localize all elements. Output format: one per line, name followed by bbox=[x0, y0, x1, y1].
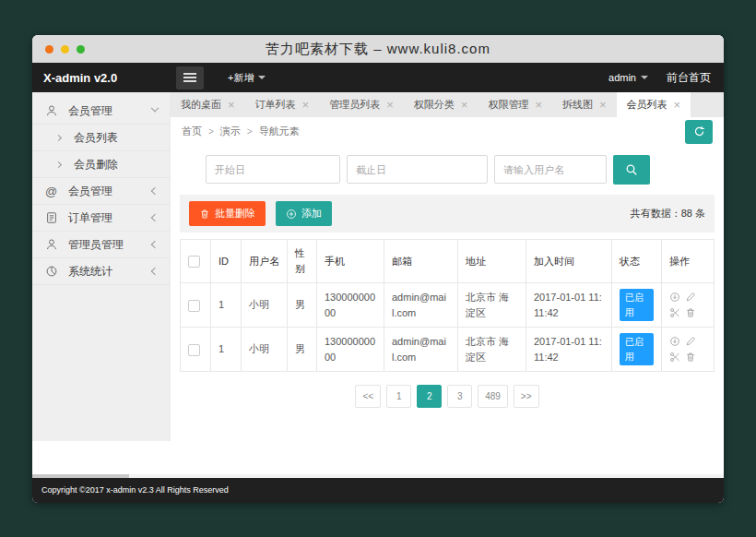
page-3-button[interactable]: 3 bbox=[447, 385, 472, 408]
start-date-input[interactable] bbox=[206, 155, 340, 184]
refresh-button[interactable] bbox=[685, 120, 713, 144]
tab-label: 我的桌面 bbox=[181, 98, 221, 112]
tab-label: 拆线图 bbox=[562, 98, 593, 112]
breadcrumb: 首页 > 演示 > 导航元素 bbox=[182, 125, 300, 138]
sidebar-item-label: 系统统计 bbox=[68, 264, 112, 280]
select-all-checkbox[interactable] bbox=[188, 256, 200, 268]
add-button[interactable]: 添加 bbox=[276, 201, 332, 226]
at-icon: @ bbox=[44, 185, 58, 198]
horizontal-scrollbar[interactable] bbox=[32, 474, 724, 478]
table-toolbar: 批量删除 添加 共有数据：88 条 bbox=[180, 195, 715, 233]
sidebar-item-admin-management[interactable]: 管理员管理 bbox=[32, 232, 170, 258]
status-badge[interactable]: 已启用 bbox=[620, 333, 654, 365]
sidebar-item-system-stats[interactable]: 系统统计 bbox=[32, 258, 170, 285]
brand-logo: X-admin v2.0 bbox=[32, 71, 171, 85]
close-icon[interactable] bbox=[674, 99, 681, 111]
sidebar-item-member-management-2[interactable]: @ 会员管理 bbox=[32, 178, 170, 205]
sidebar-item-order-management[interactable]: 订单管理 bbox=[32, 205, 170, 232]
breadcrumb-nav-element[interactable]: 导航元素 bbox=[259, 125, 300, 138]
plus-circle-icon bbox=[286, 209, 297, 220]
close-icon[interactable] bbox=[535, 99, 542, 111]
tab-order-list[interactable]: 订单列表 bbox=[245, 92, 320, 117]
tab-permission-category[interactable]: 权限分类 bbox=[404, 92, 478, 117]
close-icon[interactable] bbox=[461, 99, 468, 111]
breadcrumb-separator: > bbox=[208, 126, 214, 137]
sidebar-item-label: 订单管理 bbox=[68, 210, 112, 226]
scissors-icon[interactable] bbox=[669, 352, 680, 363]
user-dropdown[interactable]: admin bbox=[608, 72, 648, 83]
download-circle-icon[interactable] bbox=[669, 292, 680, 303]
cell-id: 1 bbox=[211, 328, 242, 372]
col-address: 地址 bbox=[458, 240, 526, 283]
cell-phone: 13000000000 bbox=[317, 283, 384, 328]
tab-label: 订单列表 bbox=[255, 98, 296, 112]
col-join-time: 加入时间 bbox=[526, 240, 612, 283]
close-icon[interactable] bbox=[386, 99, 394, 111]
breadcrumb-demo[interactable]: 演示 bbox=[220, 125, 241, 138]
row-checkbox[interactable] bbox=[188, 344, 200, 356]
caret-down-icon bbox=[641, 76, 648, 79]
tab-label: 权限管理 bbox=[488, 98, 528, 112]
close-icon[interactable] bbox=[302, 99, 310, 111]
end-date-input[interactable] bbox=[347, 155, 488, 184]
row-checkbox[interactable] bbox=[188, 300, 200, 312]
search-button[interactable] bbox=[613, 155, 650, 185]
download-circle-icon[interactable] bbox=[669, 336, 680, 347]
page-next-button[interactable]: >> bbox=[514, 385, 539, 408]
status-badge[interactable]: 已启用 bbox=[620, 289, 654, 321]
delete-trash-icon[interactable] bbox=[685, 307, 696, 318]
cell-join-time: 2017-01-01 11:11:42 bbox=[526, 283, 612, 328]
edit-pencil-icon[interactable] bbox=[685, 336, 696, 347]
sidebar-toggle-button[interactable] bbox=[176, 66, 204, 90]
tab-member-list[interactable]: 会员列表 bbox=[617, 92, 691, 117]
copyright-text: Copyright ©2017 x-admin v2.3 All Rights … bbox=[41, 485, 229, 495]
tab-label: 权限分类 bbox=[414, 98, 455, 112]
add-label: 添加 bbox=[301, 207, 322, 221]
cell-phone: 13000000000 bbox=[317, 328, 384, 372]
page-489-button[interactable]: 489 bbox=[478, 385, 508, 408]
tab-permission-management[interactable]: 权限管理 bbox=[478, 92, 552, 117]
new-dropdown[interactable]: +新增 bbox=[228, 71, 266, 85]
chevron-left-icon bbox=[151, 187, 159, 195]
page-prev-button[interactable]: << bbox=[355, 385, 381, 408]
tab-label: 会员列表 bbox=[627, 98, 667, 112]
col-actions: 操作 bbox=[662, 240, 715, 283]
close-icon[interactable] bbox=[228, 99, 235, 111]
footer: Copyright ©2017 x-admin v2.3 All Rights … bbox=[32, 478, 724, 503]
tab-line-chart[interactable]: 拆线图 bbox=[552, 92, 617, 117]
chevron-left-icon bbox=[151, 241, 159, 248]
batch-delete-button[interactable]: 批量删除 bbox=[189, 201, 266, 226]
sidebar-item-member-list[interactable]: 会员列表 bbox=[32, 125, 170, 151]
arrow-right-icon bbox=[55, 161, 62, 167]
username-input[interactable] bbox=[494, 155, 607, 184]
pagination: << 1 2 3 489 >> bbox=[180, 385, 715, 408]
scrollbar-thumb[interactable] bbox=[32, 474, 129, 478]
sidebar-item-label: 会员管理 bbox=[68, 103, 112, 119]
page-2-button[interactable]: 2 bbox=[417, 385, 442, 408]
cell-username: 小明 bbox=[242, 328, 288, 372]
arrow-right-icon bbox=[55, 134, 62, 140]
batch-delete-label: 批量删除 bbox=[215, 207, 255, 221]
tab-my-desktop[interactable]: 我的桌面 bbox=[171, 92, 245, 117]
caret-down-icon bbox=[258, 76, 266, 79]
close-icon[interactable] bbox=[599, 99, 607, 111]
tab-admin-list[interactable]: 管理员列表 bbox=[319, 92, 404, 117]
frontend-home-link[interactable]: 前台首页 bbox=[667, 70, 711, 86]
sidebar-item-member-management[interactable]: 会员管理 bbox=[32, 98, 170, 125]
scissors-icon[interactable] bbox=[669, 307, 680, 318]
sidebar-item-member-delete[interactable]: 会员删除 bbox=[32, 151, 170, 178]
cell-id: 1 bbox=[211, 283, 242, 328]
page-1-button[interactable]: 1 bbox=[386, 385, 411, 408]
search-icon bbox=[625, 163, 638, 176]
window-title: 苦力吧素材下载 – www.kuli8.com bbox=[32, 41, 724, 58]
chevron-down-icon bbox=[151, 104, 159, 112]
user-icon bbox=[44, 104, 58, 118]
total-count: 共有数据：88 条 bbox=[631, 207, 705, 221]
cell-username: 小明 bbox=[242, 283, 288, 328]
col-gender: 性别 bbox=[288, 240, 317, 283]
admins-icon bbox=[44, 238, 58, 252]
edit-pencil-icon[interactable] bbox=[685, 292, 696, 303]
delete-trash-icon[interactable] bbox=[685, 352, 696, 363]
table-row: 1 小明 男 13000000000 admin@mail.com 北京市 海淀… bbox=[181, 283, 715, 328]
breadcrumb-home[interactable]: 首页 bbox=[182, 125, 202, 138]
